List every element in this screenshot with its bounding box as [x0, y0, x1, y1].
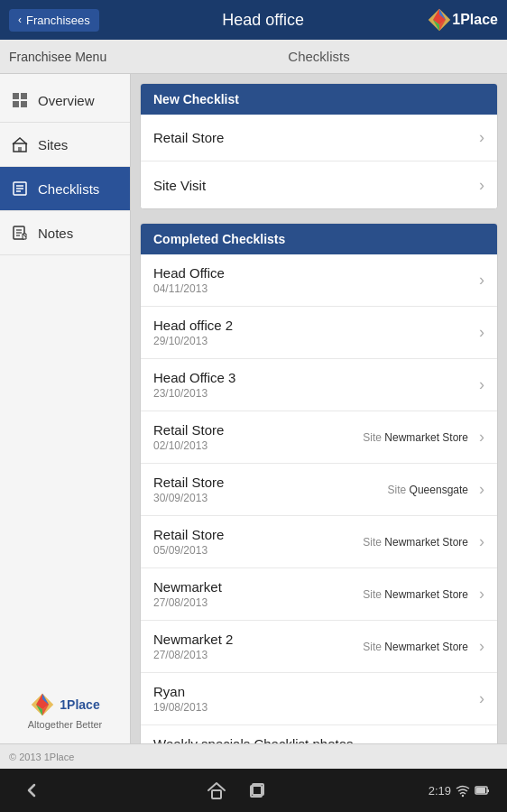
item-site: Site Newmarket Store	[363, 641, 468, 653]
item-right: ›	[479, 128, 484, 147]
wifi-icon	[456, 783, 470, 798]
item-title: Retail Store	[153, 527, 363, 542]
completed-checklists-header: Completed Checklists	[141, 224, 497, 254]
item-date: 27/08/2013	[153, 596, 363, 609]
chevron-right-icon: ›	[479, 323, 484, 342]
sidebar-logo-subtext: Altogether Better	[28, 719, 103, 730]
item-date: 27/08/2013	[153, 649, 363, 661]
item-right: Site Queensgate ›	[388, 480, 484, 499]
item-left: Retail Store 05/09/2013	[153, 527, 363, 557]
completed-item-head-office-3[interactable]: Head Office 3 23/10/2013 ›	[141, 359, 497, 411]
completed-item-newmarket-2[interactable]: Newmarket 2 27/08/2013 Site Newmarket St…	[141, 621, 497, 673]
franchisee-menu-label: Franchisee Menu	[9, 50, 140, 64]
item-right: Site Newmarket Store ›	[363, 637, 484, 656]
new-checklist-site-visit[interactable]: Site Visit ›	[141, 161, 497, 208]
item-title: Head office 2	[153, 318, 479, 333]
item-title: Retail Store	[153, 475, 388, 490]
item-title: Ryan	[153, 684, 479, 699]
sub-header: Franchisee Menu Checklists	[0, 40, 507, 74]
sidebar-item-overview[interactable]: Overview	[0, 78, 130, 123]
sidebar-logo-icon	[30, 692, 55, 717]
item-date: 19/08/2013	[153, 701, 479, 714]
logo-text: 1Place	[452, 12, 498, 28]
item-date: 05/09/2013	[153, 544, 363, 557]
item-site: Site Newmarket Store	[363, 431, 468, 444]
new-checklist-retail-store[interactable]: Retail Store ›	[141, 115, 497, 161]
completed-item-head-office[interactable]: Head Office 04/11/2013 ›	[141, 254, 497, 307]
recent-apps-button[interactable]	[244, 777, 271, 804]
chevron-right-icon: ›	[479, 637, 484, 656]
item-left: Ryan 19/08/2013	[153, 684, 479, 714]
item-right: ›	[479, 323, 484, 342]
completed-item-retail-store-1[interactable]: Retail Store 02/10/2013 Site Newmarket S…	[141, 411, 497, 464]
franchisees-button[interactable]: ‹ Franchisees	[9, 9, 99, 32]
chevron-left-icon: ‹	[18, 14, 22, 26]
completed-item-head-office-2[interactable]: Head office 2 29/10/2013 ›	[141, 307, 497, 359]
android-nav-bar: 2:19	[0, 769, 507, 812]
item-left: Retail Store	[153, 130, 479, 145]
item-title: Head Office	[153, 265, 479, 281]
sidebar: Overview Sites Checklists	[0, 74, 131, 743]
svg-rect-6	[21, 93, 27, 99]
item-left: Head office 2 29/10/2013	[153, 318, 479, 347]
item-left: Site Visit	[153, 178, 479, 193]
item-site: Site Queensgate	[388, 484, 468, 496]
completed-item-retail-store-3[interactable]: Retail Store 05/09/2013 Site Newmarket S…	[141, 516, 497, 568]
item-left: Head Office 04/11/2013	[153, 265, 479, 295]
item-title: Newmarket	[153, 579, 363, 595]
sidebar-logo-image: 1Place	[30, 692, 99, 717]
svg-rect-8	[21, 101, 27, 107]
completed-checklists-section: Completed Checklists Head Office 04/11/2…	[140, 223, 498, 743]
item-right: Site Newmarket Store ›	[363, 585, 484, 604]
sidebar-item-sites[interactable]: Sites	[0, 123, 130, 167]
checklists-header-label: Checklists	[140, 49, 498, 64]
item-site: Site Newmarket Store	[363, 588, 468, 601]
item-date: 04/11/2013	[153, 282, 479, 295]
item-right: Site Newmarket Store ›	[363, 532, 484, 551]
checklists-icon	[11, 180, 29, 198]
item-right: ›	[479, 176, 484, 195]
sidebar-item-checklists[interactable]: Checklists	[0, 167, 130, 211]
completed-item-newmarket[interactable]: Newmarket 27/08/2013 Site Newmarket Stor…	[141, 568, 497, 621]
item-title: Head Office 3	[153, 370, 479, 385]
completed-item-weekly-specials[interactable]: Weekly specials Checklist photos 08/08/2…	[141, 725, 497, 743]
svg-rect-5	[13, 93, 19, 99]
sidebar-logo: 1Place Altogether Better	[0, 678, 130, 743]
back-button[interactable]	[18, 777, 45, 804]
nav-center	[203, 777, 271, 804]
system-tray: 2:19	[429, 783, 489, 798]
svg-rect-26	[212, 790, 221, 798]
item-right: ›	[479, 271, 484, 290]
copyright-text: © 2013 1Place	[9, 752, 74, 762]
sidebar-logo-text: 1Place	[60, 697, 99, 712]
chevron-right-icon: ›	[479, 480, 484, 499]
svg-rect-10	[18, 147, 22, 152]
top-bar: ‹ Franchisees Head office 1Place	[0, 0, 507, 40]
chevron-right-icon: ›	[479, 271, 484, 290]
item-right: ›	[479, 375, 484, 394]
item-left: Head Office 3 23/10/2013	[153, 370, 479, 400]
svg-point-29	[462, 795, 464, 797]
item-left: Newmarket 2 27/08/2013	[153, 632, 363, 661]
item-left: Newmarket 27/08/2013	[153, 579, 363, 609]
home-button[interactable]	[203, 777, 230, 804]
item-title: Retail Store	[153, 422, 363, 438]
chevron-right-icon: ›	[479, 428, 484, 447]
sidebar-notes-label: Notes	[38, 226, 73, 241]
item-right: Site Newmarket Store ›	[363, 428, 484, 447]
notes-icon	[11, 224, 29, 242]
franchisees-label: Franchisees	[26, 14, 90, 27]
sidebar-item-notes[interactable]: Notes	[0, 211, 130, 255]
item-title: Newmarket 2	[153, 632, 363, 647]
sidebar-overview-label: Overview	[38, 93, 95, 108]
completed-item-ryan[interactable]: Ryan 19/08/2013 ›	[141, 673, 497, 725]
main-layout: Overview Sites Checklists	[0, 74, 507, 743]
time-display: 2:19	[429, 784, 451, 798]
chevron-right-icon: ›	[479, 532, 484, 551]
chevron-right-icon: ›	[479, 585, 484, 604]
chevron-right-icon: ›	[479, 689, 484, 708]
item-title: Weekly specials Checklist photos	[153, 736, 479, 743]
item-left: Weekly specials Checklist photos 08/08/2…	[153, 736, 479, 743]
item-right: ›	[479, 689, 484, 708]
completed-item-retail-store-2[interactable]: Retail Store 30/09/2013 Site Queensgate …	[141, 464, 497, 516]
